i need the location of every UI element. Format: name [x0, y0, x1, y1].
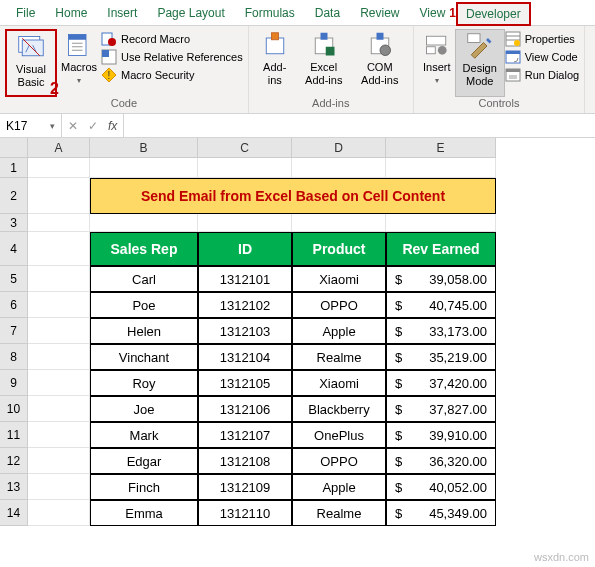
cell-rep[interactable]: Helen	[90, 318, 198, 344]
tab-insert[interactable]: Insert	[97, 1, 147, 25]
col-head-e[interactable]: E	[386, 138, 496, 158]
cell-product[interactable]: OnePlus	[292, 422, 386, 448]
run-dialog-label: Run Dialog	[525, 69, 579, 81]
cell-rev[interactable]: $35,219.00	[386, 344, 496, 370]
name-box-value: K17	[6, 119, 27, 133]
cell-rep[interactable]: Carl	[90, 266, 198, 292]
cell-id[interactable]: 1312110	[198, 500, 292, 526]
row-head[interactable]: 13	[0, 474, 28, 500]
macro-security-button[interactable]: ! Macro Security	[101, 67, 243, 83]
row-head[interactable]: 14	[0, 500, 28, 526]
cell-rev[interactable]: $36,320.00	[386, 448, 496, 474]
tab-developer[interactable]: Developer	[456, 2, 531, 26]
cell-id[interactable]: 1312106	[198, 396, 292, 422]
excel-addins-button[interactable]: Excel Add-ins	[298, 29, 350, 97]
cell-rev[interactable]: $40,745.00	[386, 292, 496, 318]
row-head[interactable]: 2	[0, 178, 28, 214]
fx-icon[interactable]: fx	[108, 119, 117, 133]
cell-id[interactable]: 1312101	[198, 266, 292, 292]
col-head-b[interactable]: B	[90, 138, 198, 158]
properties-icon	[505, 31, 521, 47]
cell-product[interactable]: Blackberry	[292, 396, 386, 422]
cell-product[interactable]: Xiaomi	[292, 266, 386, 292]
insert-control-button[interactable]: Insert ▾	[419, 29, 455, 97]
addins-button[interactable]: Add-ins	[256, 29, 294, 97]
cell-id[interactable]: 1312107	[198, 422, 292, 448]
tab-formulas[interactable]: Formulas	[235, 1, 305, 25]
cell-rev[interactable]: $37,420.00	[386, 370, 496, 396]
cell-id[interactable]: 1312109	[198, 474, 292, 500]
header-sales-rep[interactable]: Sales Rep	[90, 232, 198, 266]
cell-rev[interactable]: $39,910.00	[386, 422, 496, 448]
row-head[interactable]: 11	[0, 422, 28, 448]
cell-rep[interactable]: Emma	[90, 500, 198, 526]
row-head[interactable]: 10	[0, 396, 28, 422]
title-cell[interactable]: Send Email from Excel Based on Cell Cont…	[90, 178, 496, 214]
cell-rep[interactable]: Vinchant	[90, 344, 198, 370]
tab-data[interactable]: Data	[305, 1, 350, 25]
row-head[interactable]: 12	[0, 448, 28, 474]
visual-basic-icon	[17, 33, 45, 61]
view-code-button[interactable]: View Code	[505, 49, 579, 65]
header-id[interactable]: ID	[198, 232, 292, 266]
cell-rep[interactable]: Finch	[90, 474, 198, 500]
macros-label: Macros	[61, 61, 97, 74]
tab-home[interactable]: Home	[45, 1, 97, 25]
cell-product[interactable]: Xiaomi	[292, 370, 386, 396]
row-head[interactable]: 7	[0, 318, 28, 344]
cell-rep[interactable]: Joe	[90, 396, 198, 422]
insert-control-label: Insert	[423, 61, 451, 74]
design-mode-button[interactable]: Design Mode	[455, 29, 505, 97]
header-product[interactable]: Product	[292, 232, 386, 266]
tab-file[interactable]: File	[6, 1, 45, 25]
cell-rev[interactable]: $40,052.00	[386, 474, 496, 500]
record-macro-button[interactable]: Record Macro	[101, 31, 243, 47]
cell-id[interactable]: 1312105	[198, 370, 292, 396]
col-head-c[interactable]: C	[198, 138, 292, 158]
svg-point-22	[438, 46, 447, 55]
row-head[interactable]: 5	[0, 266, 28, 292]
cell-rev[interactable]: $33,173.00	[386, 318, 496, 344]
row-head[interactable]: 8	[0, 344, 28, 370]
macros-button[interactable]: Macros ▾	[57, 29, 101, 97]
cell-rep[interactable]: Mark	[90, 422, 198, 448]
header-rev-earned[interactable]: Rev Earned	[386, 232, 496, 266]
cell-product[interactable]: OPPO	[292, 448, 386, 474]
cell-rep[interactable]: Roy	[90, 370, 198, 396]
row-head[interactable]: 4	[0, 232, 28, 266]
properties-button[interactable]: Properties	[505, 31, 579, 47]
group-addins-label: Add-ins	[254, 97, 408, 113]
cell-rev[interactable]: $45,349.00	[386, 500, 496, 526]
cell-product[interactable]: Realme	[292, 500, 386, 526]
cell-rev[interactable]: $39,058.00	[386, 266, 496, 292]
row-head[interactable]: 3	[0, 214, 28, 232]
cell-rev[interactable]: $37,827.00	[386, 396, 496, 422]
row-head[interactable]: 1	[0, 158, 28, 178]
dropdown-icon: ▾	[435, 74, 439, 87]
cell-product[interactable]: OPPO	[292, 292, 386, 318]
cell-id[interactable]: 1312103	[198, 318, 292, 344]
svg-rect-12	[266, 38, 284, 54]
cell-product[interactable]: Apple	[292, 474, 386, 500]
cell-id[interactable]: 1312102	[198, 292, 292, 318]
cell-product[interactable]: Apple	[292, 318, 386, 344]
select-all-corner[interactable]	[0, 138, 28, 158]
cell-product[interactable]: Realme	[292, 344, 386, 370]
formula-input[interactable]	[124, 114, 595, 137]
cell-id[interactable]: 1312104	[198, 344, 292, 370]
tab-review[interactable]: Review	[350, 1, 409, 25]
cell-id[interactable]: 1312108	[198, 448, 292, 474]
watermark: wsxdn.com	[534, 551, 589, 563]
tab-page-layout[interactable]: Page Layout	[147, 1, 234, 25]
row-head[interactable]: 6	[0, 292, 28, 318]
use-relative-refs-button[interactable]: Use Relative References	[101, 49, 243, 65]
run-dialog-button[interactable]: Run Dialog	[505, 67, 579, 83]
svg-rect-21	[426, 47, 435, 54]
cell-rep[interactable]: Edgar	[90, 448, 198, 474]
col-head-a[interactable]: A	[28, 138, 90, 158]
col-head-d[interactable]: D	[292, 138, 386, 158]
name-box[interactable]: K17 ▾	[0, 114, 62, 137]
com-addins-button[interactable]: COM Add-ins	[354, 29, 406, 97]
cell-rep[interactable]: Poe	[90, 292, 198, 318]
row-head[interactable]: 9	[0, 370, 28, 396]
